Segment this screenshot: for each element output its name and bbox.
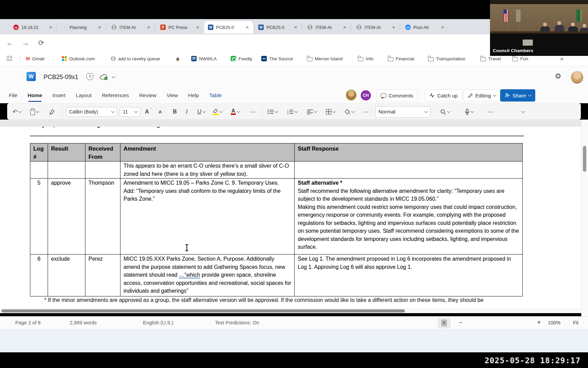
underline-button[interactable]: U [197, 104, 205, 120]
undo-button[interactable]: ↶ [13, 104, 21, 120]
save-status-chevron-icon[interactable] [112, 75, 115, 78]
account-avatar[interactable] [571, 71, 583, 83]
page-view-button[interactable] [438, 318, 451, 328]
tab-separator [351, 24, 351, 30]
forward-icon[interactable]: → [20, 38, 31, 48]
col-header-staff-response: Staff Response [295, 143, 523, 162]
menu-references[interactable]: References [102, 92, 129, 98]
bookmark-nwwla[interactable]: NWWLA [191, 55, 217, 63]
tab-close-icon[interactable]: × [146, 24, 152, 30]
styles-combobox[interactable]: Normal [375, 104, 430, 120]
bookmark-gmail[interactable]: MGmail [26, 55, 44, 63]
menu-home[interactable]: Home [28, 92, 42, 98]
table-row[interactable]: 5 approve Thompson Amendment to MICC 19.… [30, 179, 523, 255]
amendments-table[interactable]: Log # Result Received From Amendment Sta… [30, 143, 523, 296]
bookmark-outlook[interactable]: Outlook.com [62, 55, 95, 63]
shrink-font-button[interactable]: Aˇ [159, 104, 164, 120]
bookmark-folder-transportation[interactable]: Transportation [428, 55, 466, 63]
find-button[interactable] [440, 104, 450, 120]
chevron-down-icon [332, 110, 336, 113]
presence-badge[interactable]: CH [361, 90, 371, 101]
feedly-icon [231, 56, 236, 61]
table-row[interactable]: 6 exclude Perez MICC 19.05.XXX Parks Zon… [30, 255, 523, 296]
browser-tab[interactable]: WPCB25-0× [255, 21, 301, 33]
settings-gear-icon[interactable]: ⚙ [555, 72, 561, 80]
browser-tab[interactable]: PPC Prese× [157, 21, 203, 33]
tab-close-icon[interactable]: × [391, 24, 397, 30]
bookmark-folder-financial[interactable]: Financial [388, 55, 414, 63]
menu-layout[interactable]: Layout [76, 92, 92, 98]
tab-close-icon[interactable]: × [293, 24, 299, 30]
zoom-out-icon[interactable]: − [459, 319, 462, 326]
bookmark-folder-info[interactable]: Info [358, 55, 374, 63]
col-header-amendment: Amendment [120, 143, 295, 162]
browser-tab[interactable]: ITEM-At× [353, 21, 399, 33]
alignment-button[interactable] [307, 104, 317, 120]
dictate-button[interactable] [465, 104, 473, 120]
document-title[interactable]: PCB25-09x1 [44, 74, 78, 81]
zoom-in-icon[interactable]: + [537, 319, 541, 326]
zoom-percent[interactable]: 100% [548, 320, 560, 325]
tab-close-icon[interactable]: × [195, 24, 201, 30]
browser-tab[interactable]: Planning× [59, 21, 105, 33]
tab-close-icon[interactable]: × [97, 24, 103, 30]
comments-button[interactable]: Comments [376, 89, 418, 102]
menu-insert[interactable]: Insert [52, 92, 66, 98]
horizontal-scrollbar-thumb[interactable] [1, 309, 405, 312]
numbering-button[interactable]: 123 [287, 104, 297, 120]
fit-label[interactable]: Fit [573, 320, 578, 325]
text-predictions-indicator[interactable]: Text Predictions: On [215, 320, 259, 325]
grow-font-button[interactable]: Aˆ [145, 104, 151, 120]
bookmark-folder-mercer-island[interactable]: Mercer Island [307, 55, 343, 63]
more-paragraph-options-icon[interactable]: ⋯ [363, 104, 369, 120]
editing-mode-button[interactable]: Editing [463, 89, 500, 102]
page-indicator[interactable]: Page 2 of 8 [15, 320, 40, 325]
vertical-scrollbar-thumb[interactable] [583, 146, 586, 172]
browser-tab-active[interactable]: WPCB25-0× [204, 21, 253, 33]
tab-close-icon[interactable]: × [48, 24, 54, 30]
bookmark-amazon[interactable]: a [176, 55, 181, 63]
font-color-button[interactable]: A [231, 104, 240, 120]
menu-table[interactable]: Table [209, 92, 222, 98]
italic-button[interactable]: I [186, 104, 187, 120]
browser-tab[interactable]: ITEM-At× [108, 21, 154, 33]
collapse-ribbon-icon[interactable] [522, 104, 524, 120]
menu-help[interactable]: Help [188, 92, 199, 98]
bullets-button[interactable] [267, 104, 278, 120]
highlight-button[interactable] [212, 104, 222, 120]
apps-grid-icon[interactable] [7, 55, 12, 63]
menu-file[interactable]: File [9, 92, 17, 98]
borders-button[interactable] [326, 104, 335, 120]
paste-button[interactable] [30, 104, 39, 120]
more-ribbon-options-icon[interactable]: ⋯ [488, 104, 494, 120]
bold-button[interactable]: B [173, 104, 177, 120]
language-indicator[interactable]: English (U.S.) [143, 320, 173, 325]
menu-review[interactable]: Review [139, 92, 157, 98]
word-favicon: W [208, 25, 213, 30]
browser-tab[interactable]: cp19.16.01× [10, 21, 56, 33]
more-font-options-icon[interactable]: ⋯ [250, 104, 256, 120]
tab-close-icon[interactable]: × [342, 24, 348, 30]
bookmark-ravelry[interactable]: add to ravelry queue [111, 55, 160, 63]
protection-status-icon[interactable]: ? [86, 73, 93, 80]
share-button[interactable]: Share [500, 89, 535, 102]
reload-icon[interactable]: ⟳ [36, 38, 46, 48]
catch-up-button[interactable]: Catch up [425, 89, 462, 102]
bookmark-feedly[interactable]: Feedly [231, 55, 252, 63]
shading-button[interactable] [344, 104, 354, 120]
nwwla-icon [191, 56, 197, 61]
back-icon[interactable]: ← [5, 38, 15, 48]
menu-view[interactable]: View [166, 92, 178, 98]
tab-close-icon[interactable]: × [244, 24, 250, 30]
tab-close-icon[interactable]: × [440, 24, 446, 30]
word-count[interactable]: 2,989 words [70, 320, 97, 325]
table-row[interactable]: This appears to be an errant C-O unless … [30, 162, 523, 179]
browser-tab[interactable]: zmPost Att× [402, 21, 448, 33]
font-name-combobox[interactable]: Calibri (Body) [66, 104, 117, 120]
format-painter-button[interactable] [49, 104, 55, 120]
bookmark-the-source[interactable]: SISThe Source [261, 55, 293, 63]
font-size-combobox[interactable]: 11 [120, 104, 140, 120]
cloud-saved-icon[interactable] [99, 74, 108, 80]
browser-tab[interactable]: ITEM-At× [304, 21, 350, 33]
presence-avatar[interactable] [346, 90, 357, 101]
